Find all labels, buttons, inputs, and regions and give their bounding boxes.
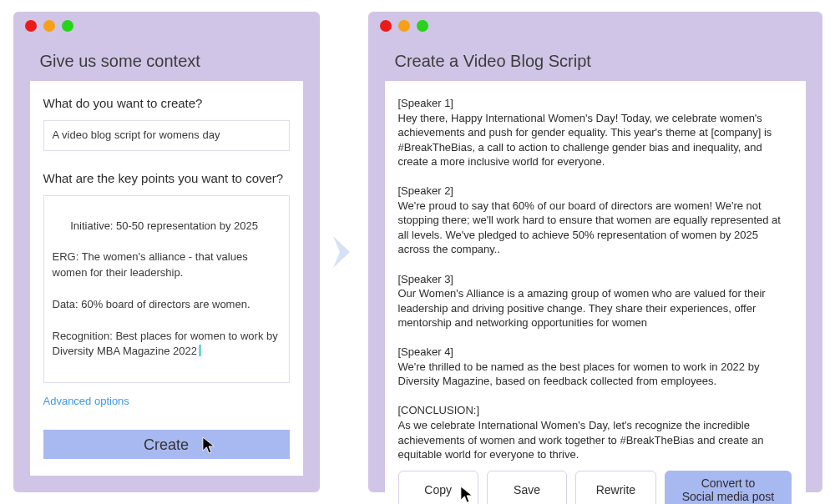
maximize-icon[interactable] — [62, 20, 73, 32]
action-row: Copy Save Rewrite Convert to Social medi… — [398, 471, 792, 504]
question-create-label: What do you want to create? — [43, 96, 290, 110]
close-icon[interactable] — [380, 20, 392, 32]
create-button[interactable]: Create — [43, 430, 290, 459]
cursor-icon — [202, 436, 217, 455]
window-controls — [380, 20, 428, 32]
context-panel: What do you want to create? A video blog… — [30, 81, 303, 476]
minimize-icon[interactable] — [43, 20, 55, 32]
output-window: Create a Video Blog Script [Speaker 1] H… — [368, 12, 822, 492]
advanced-options-link[interactable]: Advanced options — [43, 395, 290, 407]
page-title: Give us some context — [40, 52, 320, 71]
save-button[interactable]: Save — [487, 471, 567, 504]
keypoints-text: Initiative: 50-50 representation by 2025… — [53, 219, 281, 358]
create-button-label: Create — [144, 436, 189, 453]
question-keys-label: What are the key points you want to cove… — [43, 171, 290, 185]
maximize-icon[interactable] — [417, 20, 428, 32]
create-input[interactable]: A video blog script for womens day — [43, 120, 290, 151]
script-output: [Speaker 1] Hey there, Happy Internation… — [398, 96, 792, 462]
page-title: Create a Video Blog Script — [395, 52, 822, 71]
rewrite-button[interactable]: Rewrite — [575, 471, 655, 504]
convert-button[interactable]: Convert to Social media post — [665, 471, 792, 504]
output-panel: [Speaker 1] Hey there, Happy Internation… — [385, 81, 806, 504]
arrow-icon — [330, 233, 358, 271]
minimize-icon[interactable] — [398, 20, 410, 32]
close-icon[interactable] — [25, 20, 37, 32]
copy-button[interactable]: Copy — [398, 471, 478, 504]
text-caret — [199, 345, 201, 356]
context-window: Give us some context What do you want to… — [13, 12, 320, 492]
keypoints-input[interactable]: Initiative: 50-50 representation by 2025… — [43, 195, 290, 383]
window-controls — [25, 20, 73, 32]
